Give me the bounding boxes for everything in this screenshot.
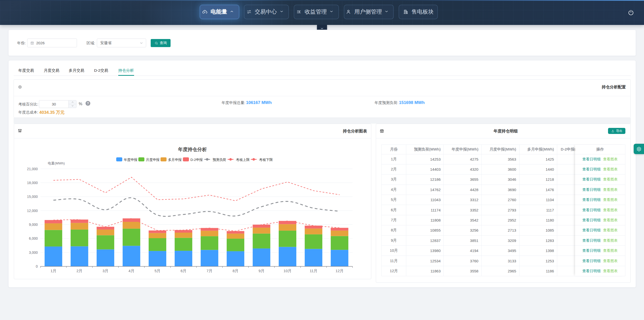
svg-text:8月: 8月 [232,269,238,273]
svg-text:10月: 10月 [284,269,292,273]
svg-text:1月: 1月 [51,269,56,273]
svg-text:3,000: 3,000 [29,251,38,255]
svg-text:21,000: 21,000 [27,167,38,171]
svg-text:电量(MWh): 电量(MWh) [48,161,65,165]
svg-text:年度持仓分析: 年度持仓分析 [178,147,207,152]
svg-text:12,000: 12,000 [27,209,38,213]
svg-text:6月: 6月 [181,269,186,273]
svg-text:18,000: 18,000 [27,181,38,185]
svg-text:7月: 7月 [207,269,212,273]
svg-text:多月申报: 多月申报 [168,158,182,162]
svg-text:9月: 9月 [259,269,264,273]
svg-text:6,000: 6,000 [29,236,38,240]
svg-text:2月: 2月 [76,269,82,273]
svg-text:9,000: 9,000 [29,223,38,227]
svg-text:月度申报: 月度申报 [146,158,160,162]
svg-text:考核下限: 考核下限 [259,158,273,162]
svg-text:12月: 12月 [336,269,344,273]
svg-text:预测负荷: 预测负荷 [213,158,226,162]
svg-text:4月: 4月 [129,269,134,273]
svg-text:D-2申报: D-2申报 [190,158,203,162]
svg-text:15,000: 15,000 [27,195,38,199]
svg-text:11月: 11月 [310,269,317,273]
svg-text:考核上限: 考核上限 [236,158,250,162]
svg-text:0: 0 [36,264,38,268]
svg-text:3月: 3月 [102,269,108,273]
svg-text:5月: 5月 [154,269,160,273]
svg-text:年度申报: 年度申报 [124,158,138,162]
